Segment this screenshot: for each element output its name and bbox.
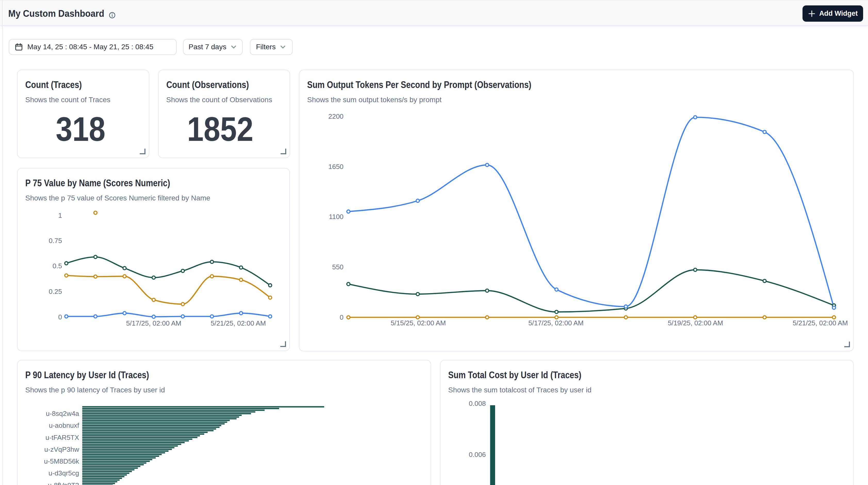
svg-text:0.006: 0.006 <box>469 451 486 458</box>
svg-text:5/17/25, 02:00 AM: 5/17/25, 02:00 AM <box>528 319 584 327</box>
svg-text:550: 550 <box>332 263 343 271</box>
svg-text:2200: 2200 <box>328 113 343 120</box>
svg-text:5/21/25, 02:00 AM: 5/21/25, 02:00 AM <box>211 319 266 327</box>
svg-text:0.25: 0.25 <box>49 287 62 295</box>
svg-text:1650: 1650 <box>328 163 343 171</box>
svg-text:0.008: 0.008 <box>469 400 486 407</box>
svg-text:u-8sq2w4a: u-8sq2w4a <box>46 410 79 417</box>
svg-text:u-tFAR5TX: u-tFAR5TX <box>45 434 79 442</box>
svg-text:u-5M8D56k: u-5M8D56k <box>44 457 79 465</box>
svg-text:u-8fVa9T3: u-8fVa9T3 <box>48 481 79 485</box>
svg-text:u-zVqP3hw: u-zVqP3hw <box>44 446 80 453</box>
svg-text:5/19/25, 02:00 AM: 5/19/25, 02:00 AM <box>668 319 723 327</box>
svg-text:u-aobnuxf: u-aobnuxf <box>49 422 79 429</box>
svg-text:u-d3qr5cg: u-d3qr5cg <box>49 469 79 477</box>
svg-text:5/15/25, 02:00 AM: 5/15/25, 02:00 AM <box>391 319 446 327</box>
svg-text:5/21/25, 02:00 AM: 5/21/25, 02:00 AM <box>793 319 848 327</box>
svg-text:0.5: 0.5 <box>53 262 62 270</box>
svg-text:0.75: 0.75 <box>49 237 62 245</box>
svg-text:0: 0 <box>340 313 343 321</box>
svg-text:1100: 1100 <box>329 213 343 220</box>
svg-text:0: 0 <box>58 313 62 321</box>
svg-text:5/17/25, 02:00 AM: 5/17/25, 02:00 AM <box>126 319 181 327</box>
svg-text:1: 1 <box>58 211 62 219</box>
